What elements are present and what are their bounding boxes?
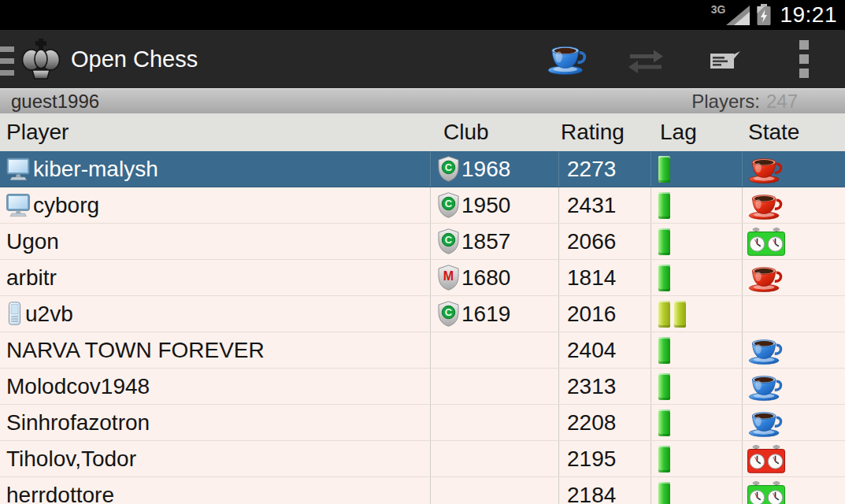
lag-cell (651, 332, 743, 368)
chess-king-icon (21, 38, 61, 80)
club-cell (431, 369, 559, 404)
player-name: arbitr (6, 265, 57, 291)
lag-cell (651, 441, 743, 476)
lag-bar (658, 301, 670, 328)
session-bar: guest1996 Players:247 (0, 88, 845, 113)
coffee-cup-blue-icon (547, 42, 587, 76)
rating-value: 2184 (567, 483, 616, 504)
club-cell (431, 332, 559, 368)
club-rating: 1950 (461, 193, 510, 218)
players-counter: Players:247 (691, 89, 798, 113)
column-header-lag[interactable]: Lag (660, 113, 697, 151)
player-name: herrdottore (6, 483, 114, 504)
lag-bar (658, 337, 670, 364)
player-cell: Tiholov,Todor (0, 441, 431, 476)
rating-cell: 2066 (559, 224, 651, 259)
lag-bar (658, 265, 670, 291)
rating-cell: 2184 (559, 477, 651, 504)
player-cell: kiber-malysh (0, 151, 431, 187)
rating-cell: 2195 (559, 441, 651, 476)
battery-charging-icon (756, 4, 772, 26)
app-bar: Open Chess (0, 30, 845, 88)
seek-game-cup-button[interactable] (547, 42, 587, 79)
lag-bar (658, 446, 670, 472)
rating-value: 1814 (567, 265, 616, 291)
player-cell: NARVA TOWN FOREVER (0, 332, 431, 368)
svg-text:C: C (445, 198, 453, 209)
table-row[interactable]: Ugon C18572066 (0, 224, 845, 260)
player-cell: Ugon (0, 224, 431, 259)
table-row[interactable]: herrdottore2184 (0, 477, 845, 504)
lag-cell (651, 477, 743, 504)
player-name: Tiholov,Todor (6, 447, 136, 472)
players-label: Players: (691, 91, 760, 112)
rating-cell: 2404 (559, 332, 651, 368)
club-rating: 1680 (461, 265, 510, 291)
column-header-player[interactable]: Player (6, 113, 69, 151)
rating-value: 2431 (567, 193, 616, 218)
lag-bar (658, 228, 670, 255)
rating-cell: 1814 (559, 260, 651, 295)
chess-clock-green-icon (747, 228, 785, 256)
rating-cell: 2208 (559, 405, 651, 440)
column-header-club[interactable]: Club (443, 113, 489, 151)
overflow-menu-button[interactable] (799, 39, 810, 82)
state-cell (743, 296, 845, 332)
lag-bar (658, 410, 670, 436)
club-cell: C1968 (431, 151, 559, 187)
club-rating: 1857 (461, 229, 510, 254)
lag-cell (651, 224, 743, 259)
chat-icon (709, 50, 742, 70)
club-shield-m-icon: M (438, 265, 459, 291)
lag-cell (651, 151, 743, 187)
player-name: kiber-malysh (33, 157, 158, 182)
rating-value: 2208 (567, 410, 616, 435)
club-shield-c-icon: C (438, 156, 459, 182)
table-row[interactable]: kiber-malysh C19682273 (0, 151, 845, 187)
table-row[interactable]: Molodcov19482313 (0, 369, 845, 405)
exchange-arrows-button[interactable] (625, 44, 666, 79)
club-shield-c-icon: C (438, 228, 459, 254)
lag-cell (651, 296, 743, 332)
menu-icon[interactable] (0, 46, 14, 76)
column-header-state[interactable]: State (748, 113, 799, 151)
table-row[interactable]: cyborg C19502431 (0, 187, 845, 224)
table-row[interactable]: u2vb C16192016 (0, 296, 845, 332)
network-type-label: 3G (711, 3, 726, 16)
table-row[interactable]: NARVA TOWN FOREVER2404 (0, 332, 845, 369)
state-cell (743, 332, 845, 368)
table-row[interactable]: Tiholov,Todor2195 (0, 441, 845, 477)
rating-value: 2066 (567, 229, 616, 254)
coffee-cup-red-icon (747, 155, 784, 183)
status-bar: 3G 19:21 (0, 0, 845, 30)
player-name: NARVA TOWN FOREVER (6, 338, 265, 363)
club-rating: 1968 (461, 157, 510, 182)
coffee-cup-blue-icon (747, 336, 784, 365)
computer-icon (6, 158, 31, 181)
coffee-cup-blue-icon (747, 409, 784, 437)
club-shield-c-icon: C (438, 301, 459, 327)
overflow-menu-icon (799, 39, 810, 79)
player-name: Molodcov1948 (6, 374, 150, 399)
rating-value: 2016 (567, 302, 616, 327)
club-cell (431, 405, 559, 440)
players-count: 247 (766, 91, 798, 112)
rating-cell: 2431 (559, 187, 651, 223)
table-header: Player Club Rating Lag State (0, 113, 845, 151)
state-cell (743, 187, 845, 223)
club-cell (431, 477, 559, 504)
table-row[interactable]: arbitr M16801814 (0, 260, 845, 296)
rating-cell: 2273 (559, 151, 651, 187)
player-cell: herrdottore (0, 477, 431, 504)
chat-button[interactable] (709, 50, 742, 73)
lag-cell (651, 187, 743, 223)
club-cell: C1857 (431, 224, 559, 259)
rating-cell: 2313 (559, 369, 651, 404)
state-cell (743, 405, 845, 440)
player-name: cyborg (33, 193, 99, 218)
table-row[interactable]: Sinhrofazotron2208 (0, 405, 845, 441)
column-header-rating[interactable]: Rating (561, 113, 624, 151)
lag-bar (658, 373, 670, 400)
player-cell: Sinhrofazotron (0, 405, 431, 440)
player-cell: Molodcov1948 (0, 369, 431, 404)
